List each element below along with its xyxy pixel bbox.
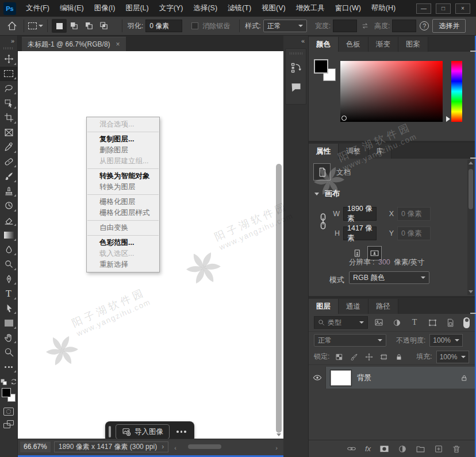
menu-help[interactable]: 帮助(H) (366, 0, 401, 17)
canvas[interactable]: 混合选项... 复制图层... 删除图层 从图层建立组... 转换为智能对象 转… (18, 51, 283, 439)
close-tab-icon[interactable]: × (116, 40, 120, 48)
opacity-field[interactable]: 100% (429, 334, 463, 347)
default-colors-icon[interactable] (0, 378, 7, 386)
crop-tool[interactable] (0, 110, 18, 125)
menu-type[interactable]: 文字(Y) (154, 0, 189, 17)
select-and-mask-button[interactable]: 选择并 (432, 19, 466, 33)
swap-dimensions-icon[interactable] (360, 21, 370, 30)
lock-transparency-button[interactable] (333, 353, 344, 361)
tool-preset-button[interactable] (28, 19, 43, 33)
more-options-button[interactable] (174, 431, 189, 433)
menu-item-color-range[interactable]: 色彩范围... (87, 237, 159, 248)
brush-tool[interactable] (0, 169, 18, 184)
pen-tool[interactable] (0, 272, 18, 287)
swap-colors-icon[interactable] (10, 378, 18, 386)
lock-position-button[interactable] (363, 353, 374, 361)
import-image-button[interactable]: 导入图像 (116, 424, 170, 439)
tab-channels[interactable]: 通道 (339, 299, 368, 314)
eraser-tool[interactable] (0, 213, 18, 228)
width-input[interactable] (333, 20, 357, 32)
layer-filter-toggle[interactable] (463, 317, 470, 328)
path-selection-tool[interactable] (0, 301, 18, 316)
canvas-section-header[interactable]: 画布 (314, 189, 340, 199)
menu-layer[interactable]: 图层(L) (120, 0, 153, 17)
delete-layer-icon[interactable] (452, 444, 461, 454)
menu-item-reselect[interactable]: 重新选择 (87, 259, 159, 270)
selection-mode-intersect-button[interactable] (97, 19, 112, 33)
foreground-color-swatch[interactable] (2, 388, 11, 397)
filter-type-dropdown[interactable]: 类型 (314, 316, 368, 329)
menu-edit[interactable]: 编辑(E) (55, 0, 89, 17)
home-button[interactable] (5, 19, 20, 33)
filter-type-layers-button[interactable]: T (408, 316, 421, 329)
menu-file[interactable]: 文件(F) (21, 0, 55, 17)
close-button[interactable]: × (455, 3, 470, 14)
tab-properties[interactable]: 属性 (309, 144, 339, 159)
canvas-y-input[interactable]: 0 像素 (397, 226, 431, 240)
tab-adjustments[interactable]: 调整 (339, 144, 368, 159)
move-tool[interactable] (0, 52, 18, 67)
blend-mode-dropdown[interactable]: 正常 (314, 334, 386, 347)
hue-strip[interactable] (451, 61, 462, 122)
tab-paths[interactable]: 路径 (368, 299, 398, 314)
fill-field[interactable]: 100% (436, 351, 470, 363)
menu-item-delete-layer[interactable]: 删除图层 (87, 145, 159, 156)
minimize-button[interactable]: — (416, 3, 431, 14)
comments-panel-button[interactable] (287, 79, 305, 96)
layer-thumbnail[interactable] (331, 370, 351, 386)
blur-tool[interactable] (0, 243, 18, 258)
new-layer-icon[interactable] (434, 444, 443, 454)
scrollbar-thumb[interactable] (469, 169, 473, 209)
scroll-right-arrow-icon[interactable]: › (275, 444, 278, 451)
zoom-level-field[interactable]: 66.67% (20, 441, 51, 452)
expand-toolbar-button[interactable]: » (0, 36, 17, 46)
object-selection-tool[interactable] (0, 96, 18, 111)
healing-brush-tool[interactable] (0, 155, 18, 170)
menu-plugins[interactable]: 增效工具 (291, 0, 330, 17)
link-dimensions-icon[interactable] (319, 213, 327, 230)
tab-color[interactable]: 颜色 (309, 37, 339, 52)
foreground-color-swatch[interactable] (314, 59, 328, 74)
hand-tool[interactable] (0, 331, 18, 345)
scrollbar-thumb[interactable] (188, 444, 221, 449)
lock-artboard-button[interactable] (378, 353, 389, 361)
menu-select[interactable]: 选择(S) (188, 0, 222, 17)
menu-item-rasterize-layer[interactable]: 栅格化图层 (87, 197, 159, 208)
color-mode-dropdown[interactable]: RGB 颜色 (349, 271, 429, 284)
gradient-tool[interactable] (0, 228, 18, 243)
document-info[interactable]: 1890 像素 x 1417 像素 (300 ppi) › (54, 441, 168, 452)
canvas-x-input[interactable]: 0 像素 (397, 207, 431, 221)
style-dropdown[interactable]: 正常 (263, 20, 307, 32)
type-tool[interactable]: T (0, 286, 18, 301)
canvas-vertical-scrollbar[interactable] (276, 51, 282, 439)
eyedropper-tool[interactable] (0, 140, 18, 155)
help-icon[interactable]: ? (420, 21, 429, 30)
layer-style-icon[interactable]: fx (365, 444, 371, 453)
menu-item-free-transform[interactable]: 自由变换 (87, 222, 159, 233)
lock-all-button[interactable] (393, 353, 404, 361)
saturation-brightness-field[interactable] (340, 61, 443, 122)
selection-mode-subtract-button[interactable] (82, 19, 97, 33)
frame-tool[interactable] (0, 125, 18, 140)
scroll-down-arrow-icon[interactable] (469, 290, 473, 293)
scroll-left-arrow-icon[interactable]: ‹ (174, 444, 176, 451)
quick-mask-button[interactable] (3, 408, 14, 416)
selection-mode-new-button[interactable] (52, 19, 67, 33)
adjustment-layer-icon[interactable] (398, 444, 407, 454)
tab-libraries[interactable]: 库 (368, 144, 391, 159)
rectangle-tool[interactable] (0, 316, 18, 331)
rectangular-marquee-tool[interactable] (0, 67, 18, 82)
scroll-up-arrow-icon[interactable] (469, 162, 473, 164)
tab-swatches[interactable]: 色板 (339, 37, 368, 52)
menu-item-convert-to-smart-object[interactable]: 转换为智能对象 (87, 171, 159, 182)
antialias-checkbox[interactable] (191, 22, 198, 29)
color-picker-handle[interactable] (341, 116, 347, 121)
layer-visibility-cell[interactable] (309, 367, 326, 389)
layer-selected-region[interactable]: 背景 (326, 367, 475, 389)
menu-item-rasterize-layer-style[interactable]: 栅格化图层样式 (87, 208, 159, 218)
height-input[interactable] (392, 20, 416, 32)
canvas-height-input[interactable]: 1417 像素 (343, 226, 377, 240)
dodge-tool[interactable] (0, 257, 18, 272)
panel-grip[interactable] (290, 52, 302, 55)
selection-mode-add-button[interactable] (67, 19, 82, 33)
